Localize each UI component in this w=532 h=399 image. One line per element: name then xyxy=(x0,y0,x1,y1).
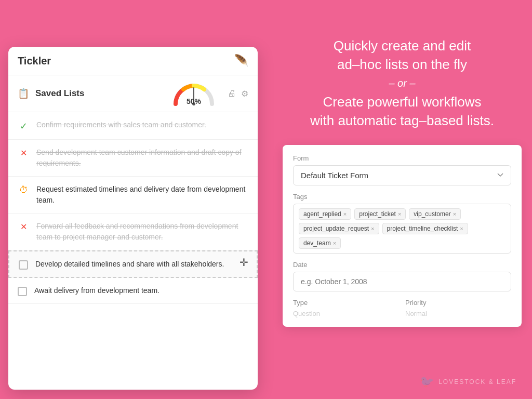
x-icon: ✕ xyxy=(18,148,29,158)
tag-remove[interactable]: × xyxy=(333,240,336,246)
tag-remove[interactable]: × xyxy=(453,211,456,217)
task-text: Request estimated timelines and delivery… xyxy=(36,184,248,206)
tag-remove[interactable]: × xyxy=(343,211,347,217)
checkbox-icon[interactable] xyxy=(19,260,28,270)
form-label: Form xyxy=(293,154,511,162)
checkbox-icon[interactable] xyxy=(18,287,27,296)
panel-header: Tickler 🪶 xyxy=(8,47,258,75)
task-text: Forward all feedback and recommendations… xyxy=(36,221,248,243)
priority-col: Priority Normal xyxy=(405,299,511,317)
type-col: Type Question xyxy=(293,299,399,317)
tags-label: Tags xyxy=(293,193,511,201)
progress-gauge: 50% xyxy=(170,81,217,107)
task-list: ✓ Confirm requirements with sales team a… xyxy=(8,112,258,388)
right-panel: Quickly create and edit ad–hoc lists on … xyxy=(283,36,522,327)
tag: vip_customer × xyxy=(409,208,461,220)
tag-remove[interactable]: × xyxy=(371,225,374,232)
tag: dev_team × xyxy=(299,237,341,249)
x-icon: ✕ xyxy=(18,222,29,232)
date-input[interactable] xyxy=(293,272,511,291)
feather-icon: 🪶 xyxy=(234,54,248,68)
app-title: Tickler xyxy=(18,55,51,67)
tag: project_ticket × xyxy=(354,208,406,220)
saved-lists-label: Saved Lists xyxy=(35,88,164,99)
tag-remove[interactable]: × xyxy=(460,225,463,232)
tags-section: Tags agent_replied × project_ticket × vi… xyxy=(293,193,511,254)
branding: 🐦 Lovestock & Leaf xyxy=(420,375,516,389)
settings-button[interactable]: ⚙ xyxy=(241,89,248,99)
tag-remove[interactable]: × xyxy=(398,211,401,217)
task-item: ✕ Send development team customer informa… xyxy=(8,140,258,177)
task-item: ✓ Confirm requirements with sales team a… xyxy=(8,112,258,140)
task-text: Confirm requirements with sales team and… xyxy=(36,119,248,130)
form-card: Form Default Ticket Form Tags agent_repl… xyxy=(283,145,522,327)
saved-lists-bar: 📋 Saved Lists 50% 🖨 ⚙ xyxy=(8,75,258,112)
headline-2: Create powerful workflows with automatic… xyxy=(283,92,522,130)
type-label: Type xyxy=(293,299,399,307)
task-item: ✕ Forward all feedback and recommendatio… xyxy=(8,214,258,250)
type-partial: Question xyxy=(293,310,399,317)
tag: agent_replied × xyxy=(299,208,351,220)
task-text: Develop detailed timelines and share wit… xyxy=(35,259,247,270)
bar-actions: 🖨 ⚙ xyxy=(228,89,248,99)
form-select[interactable]: Default Ticket Form xyxy=(293,165,511,185)
task-item: ⏱ Request estimated timelines and delive… xyxy=(8,177,258,214)
tag: project_update_request × xyxy=(299,223,379,234)
tag: project_timeline_checklist × xyxy=(382,223,468,234)
task-text: Await delivery from development team. xyxy=(34,285,248,296)
brand-name: Lovestock & Leaf xyxy=(438,378,516,385)
tags-wrapper: agent_replied × project_ticket × vip_cus… xyxy=(293,204,511,254)
list-icon: 📋 xyxy=(18,88,29,99)
task-text: Send development team customer informati… xyxy=(36,147,248,169)
date-label: Date xyxy=(293,261,511,269)
brand-bird-icon: 🐦 xyxy=(420,375,434,389)
right-text: Quickly create and edit ad–hoc lists on … xyxy=(283,36,522,130)
print-button[interactable]: 🖨 xyxy=(228,89,236,99)
tickler-panel: Tickler 🪶 📋 Saved Lists 50% � xyxy=(8,47,258,390)
headline-1: Quickly create and edit ad–hoc lists on … xyxy=(283,36,522,74)
date-section: Date xyxy=(293,261,511,291)
task-item: Await delivery from development team. xyxy=(8,278,258,304)
or-text: – or – xyxy=(283,77,522,89)
priority-partial: Normal xyxy=(405,310,511,317)
check-icon: ✓ xyxy=(18,121,29,132)
clock-icon: ⏱ xyxy=(18,185,29,195)
priority-label: Priority xyxy=(405,299,511,307)
task-item-dragging[interactable]: Develop detailed timelines and share wit… xyxy=(8,250,258,278)
drag-handle[interactable]: ✛ xyxy=(240,256,248,269)
type-priority-row: Type Question Priority Normal xyxy=(293,299,511,317)
gauge-percent: 50% xyxy=(187,97,201,105)
